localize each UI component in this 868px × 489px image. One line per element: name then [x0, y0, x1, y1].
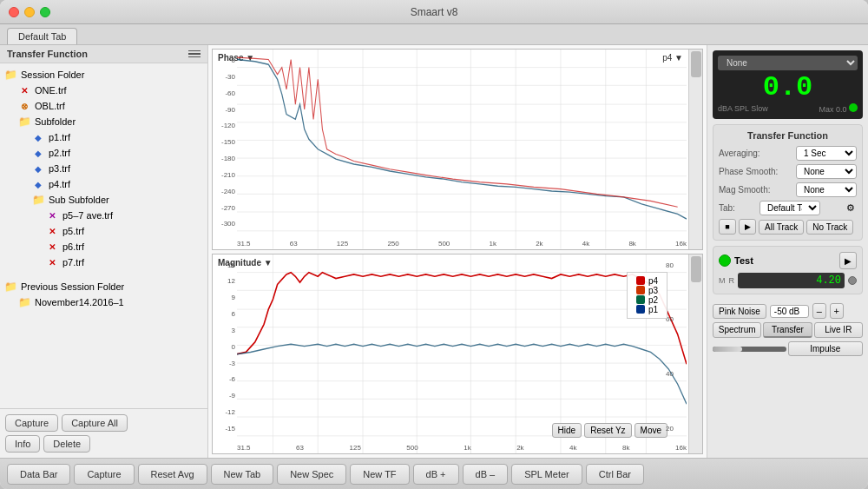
- noise-section: Pink Noise – + Spectrum Transfer Live IR…: [713, 300, 863, 356]
- panel-bottom: Capture Capture All Info Delete: [0, 408, 207, 458]
- bottom-row2: Impulse: [713, 341, 863, 356]
- meter-section: None 0.0 dBA SPL Slow Max 0.0: [713, 50, 863, 119]
- tree-item-session-folder[interactable]: 📁 Session Folder: [0, 67, 207, 83]
- file-tree: 📁 Session Folder ✕ ONE.trf ⊗ OBL.trf 📁 S…: [0, 63, 207, 408]
- meter-label-left: dBA SPL Slow: [718, 104, 768, 113]
- play-button[interactable]: ▶: [739, 219, 756, 235]
- tf-mag-smooth-select[interactable]: None: [796, 182, 857, 197]
- folder-icon: 📁: [3, 280, 17, 294]
- slider-track[interactable]: [713, 347, 786, 352]
- tf-mag-smooth-row: Mag Smooth: None: [719, 182, 857, 197]
- tf-tab-select[interactable]: Default Tab: [760, 201, 820, 215]
- minimize-button[interactable]: [24, 7, 35, 17]
- gear-icon[interactable]: ⚙: [845, 202, 857, 215]
- meter-dropdown[interactable]: None: [718, 56, 858, 70]
- panel-buttons-row1: Capture Capture All: [5, 414, 202, 432]
- tree-item-subfolder[interactable]: 📁 Subfolder: [0, 114, 207, 129]
- tree-label: November14.2016–1: [35, 297, 124, 307]
- minus-button[interactable]: –: [812, 303, 826, 319]
- x-axis-phase: 31.5 63 125 250 500 1k 2k 4k 8k 16k: [237, 240, 687, 248]
- trf-x-icon: ✕: [45, 255, 59, 269]
- pink-noise-button[interactable]: Pink Noise: [713, 304, 766, 319]
- trf-p-icon: ◆: [31, 146, 45, 160]
- legend-box: p4 p3 p2 p1: [627, 272, 667, 319]
- magnitude-scrollbar[interactable]: [688, 254, 702, 454]
- tree-item-p6[interactable]: ✕ p6.trf: [0, 239, 207, 254]
- window-controls: [9, 7, 50, 17]
- info-button[interactable]: Info: [5, 435, 40, 453]
- reset-yz-button[interactable]: Reset Yz: [584, 423, 631, 438]
- tab-live-ir[interactable]: Live IR: [814, 322, 863, 338]
- tf-averaging-select[interactable]: 1 Sec: [796, 146, 857, 161]
- tree-item-p5-7[interactable]: ✕ p5–7 ave.trf: [0, 208, 207, 223]
- tree-item-sub-subfolder[interactable]: 📁 Sub Subfolder: [0, 192, 207, 208]
- m-label: M: [719, 276, 726, 285]
- tf-section-title: Transfer Function: [719, 130, 857, 141]
- delete-button[interactable]: Delete: [43, 435, 90, 453]
- tree-label: p5.trf: [62, 226, 84, 236]
- menu-icon[interactable]: [188, 50, 201, 58]
- phase-scrollbar[interactable]: [688, 50, 702, 249]
- new-tab-button[interactable]: New Tab: [211, 464, 274, 485]
- trf-x-icon: ✕: [45, 224, 59, 238]
- capture-button[interactable]: Capture: [5, 414, 58, 432]
- close-button[interactable]: [9, 7, 19, 17]
- tree-item-p7[interactable]: ✕ p7.trf: [0, 254, 207, 270]
- tree-item-one-trf[interactable]: ✕ ONE.trf: [0, 83, 207, 98]
- hide-button[interactable]: Hide: [552, 423, 582, 438]
- tree-label: p5–7 ave.trf: [62, 210, 113, 221]
- db-minus-button[interactable]: dB –: [463, 464, 509, 485]
- tf-phase-smooth-label: Phase Smooth:: [719, 167, 778, 176]
- reset-avg-button[interactable]: Reset Avg: [138, 464, 207, 485]
- test-sub-row: M R 4.20: [719, 273, 857, 288]
- test-play-button[interactable]: ▶: [839, 252, 857, 269]
- tab-impulse[interactable]: Impulse: [788, 341, 864, 356]
- test-led-small: [848, 276, 857, 285]
- tree-label: p6.trf: [62, 241, 84, 252]
- tree-item-p1[interactable]: ◆ p1.trf: [0, 129, 207, 145]
- stop-button[interactable]: ■: [719, 219, 736, 235]
- tf-phase-smooth-select[interactable]: None: [796, 164, 857, 179]
- tree-item-previous-session[interactable]: 📁 Previous Session Folder: [0, 279, 207, 294]
- data-bar-button[interactable]: Data Bar: [7, 464, 70, 485]
- plus-button[interactable]: +: [830, 303, 844, 319]
- meter-label-right: Max 0.0: [819, 103, 858, 114]
- meter-labels: dBA SPL Slow Max 0.0: [718, 103, 858, 114]
- tree-label: p3.trf: [49, 163, 70, 174]
- tab-transfer[interactable]: Transfer: [763, 322, 812, 338]
- tree-label: OBL.trf: [35, 101, 65, 111]
- phase-chart: Phase ▼ p4 ▼ 0 -30 -60 -90 -120 -150 -18…: [212, 49, 703, 250]
- phase-svg: [237, 50, 687, 249]
- folder-icon: 📁: [17, 115, 31, 129]
- maximize-button[interactable]: [40, 7, 50, 17]
- new-spec-button[interactable]: New Spec: [277, 464, 346, 485]
- tab-spectrum[interactable]: Spectrum: [713, 322, 761, 338]
- tf-mag-smooth-label: Mag Smooth:: [719, 185, 770, 195]
- tf-section: Transfer Function Averaging: 1 Sec Phase…: [713, 124, 863, 241]
- spl-meter-button[interactable]: SPL Meter: [511, 464, 582, 485]
- y-axis-magnitude-left: 15 12 9 6 3 0 -3 -6 -9 -12 -15: [213, 261, 237, 433]
- noise-db-input[interactable]: [770, 305, 809, 318]
- r-label: R: [729, 276, 735, 285]
- tree-item-p4[interactable]: ◆ p4.trf: [0, 176, 207, 192]
- bottom-capture-button[interactable]: Capture: [74, 464, 134, 485]
- tree-label: ONE.trf: [35, 85, 67, 96]
- tree-item-p5[interactable]: ✕ p5.trf: [0, 223, 207, 239]
- tree-item-november[interactable]: 📁 November14.2016–1: [0, 294, 207, 310]
- db-plus-button[interactable]: dB +: [413, 464, 459, 485]
- meter-led: [849, 103, 858, 112]
- no-track-button[interactable]: No Track: [806, 220, 853, 235]
- tree-item-obl-trf[interactable]: ⊗ OBL.trf: [0, 98, 207, 114]
- all-track-button[interactable]: All Track: [759, 220, 804, 235]
- y-axis-phase: 0 -30 -60 -90 -120 -150 -180 -210 -240 -…: [213, 56, 237, 228]
- folder-icon: 📁: [3, 68, 17, 82]
- tree-item-p3[interactable]: ◆ p3.trf: [0, 161, 207, 176]
- default-tab[interactable]: Default Tab: [7, 28, 77, 44]
- ctrl-bar-button[interactable]: Ctrl Bar: [586, 464, 644, 485]
- tree-label: Subfolder: [35, 116, 76, 127]
- test-row: Test ▶: [719, 252, 857, 269]
- move-button[interactable]: Move: [635, 423, 667, 438]
- capture-all-button[interactable]: Capture All: [62, 414, 128, 432]
- tree-item-p2[interactable]: ◆ p2.trf: [0, 145, 207, 161]
- new-tf-button[interactable]: New TF: [350, 464, 409, 485]
